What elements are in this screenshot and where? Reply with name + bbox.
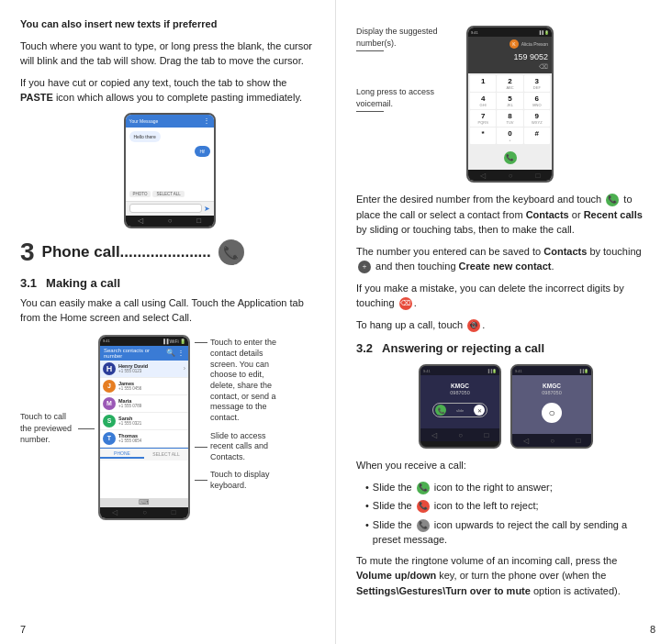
contacts-app-bar: Search contacts or number 🔍 ⋮ xyxy=(100,346,188,361)
contact-row-1: J James +1 555 0456 xyxy=(100,378,188,395)
call1-nav-back: ◁ xyxy=(431,431,437,439)
call-place-icon: 📞 xyxy=(606,194,619,206)
call2-navbar: ◁ ○ □ xyxy=(512,434,591,447)
ann-line-r2 xyxy=(195,447,207,448)
incoming-call-mockups: 9:41 ▐▐🔋 KMGC 0987050 📞 slide ✕ xyxy=(356,364,655,449)
key-3[interactable]: 3DEF xyxy=(524,75,550,92)
making-call-text: You can easily make a call using Call. T… xyxy=(20,295,319,326)
main-text-2: The number you entered can be saved to C… xyxy=(356,244,655,274)
main-text-3: If you make a mistake, you can delete th… xyxy=(356,281,655,311)
dialer-delete-area: ⌫ xyxy=(539,63,548,71)
contact-info-4: Thomas +1 555 0654 xyxy=(118,433,185,443)
text-nav-recent: □ xyxy=(196,217,201,225)
left-annotation-call: Touch to call the previewed number. xyxy=(20,411,95,446)
call1-screen: KMGC 0987050 📞 slide ✕ xyxy=(420,375,499,428)
dialer-ann-display: Display the suggested number(s). xyxy=(356,26,466,51)
dialer-navbar: ◁ ○ □ xyxy=(468,170,552,181)
contacts-time: 9:41 xyxy=(103,339,110,343)
call2-circle-btn[interactable]: ○ xyxy=(542,403,562,423)
right-ann-2: Slide to access recent calls and Contact… xyxy=(195,431,277,463)
text-phone-body: Hello there Hi! PHOTO SELECT ALL xyxy=(126,128,214,201)
tab-select-all[interactable]: SELECT ALL xyxy=(144,451,188,457)
contact-info-1: James +1 555 0456 xyxy=(118,381,185,391)
suggested-contact: K Alicia Preson xyxy=(510,39,548,49)
ann-line-1 xyxy=(78,428,95,429)
text-input-field xyxy=(129,204,202,213)
delete-digit-icon: ⌫ xyxy=(399,297,412,310)
text-nav-home: ○ xyxy=(168,217,173,225)
contacts-status-bar: 9:41 ▐▐ WiFi 🔋 xyxy=(100,337,188,346)
key-0[interactable]: 0+ xyxy=(497,128,522,144)
dialer-call-btn-area: 📞 xyxy=(468,146,552,170)
dialer-ann-line-1 xyxy=(356,50,384,51)
key-5[interactable]: 5JKL xyxy=(497,93,522,109)
tab-phone[interactable]: PHONE xyxy=(100,450,144,459)
call2-nav-recent: □ xyxy=(576,437,580,445)
text-phone-input-bar: ➤ xyxy=(126,201,214,216)
ann-line-r1 xyxy=(195,342,207,343)
answer-thumb[interactable]: 📞 xyxy=(435,405,446,416)
dialer-nav-recent: □ xyxy=(536,172,541,180)
text-phone-topbar: Your Message ⋮ xyxy=(126,115,214,128)
contacts-signal: ▐▐ WiFi 🔋 xyxy=(162,339,185,344)
reject-icon-2: 📞 xyxy=(417,500,430,513)
contacts-nav-back: ◁ xyxy=(112,508,118,516)
contact-row-h: H Henry David +1 555 0123 › xyxy=(100,361,188,378)
call2-status: 9:41 ▐▐🔋 xyxy=(512,366,591,375)
contacts-navbar: ◁ ○ □ xyxy=(100,507,188,518)
key-7[interactable]: 7PQRS xyxy=(470,110,496,127)
dialer-keypad: 1 2ABC 3DEF 4GHI 5JKL 6MNO 7PQRS 8TUV 9W… xyxy=(468,73,552,146)
text-message-screenshot: Your Message ⋮ Hello there Hi! PHOTO SEL… xyxy=(20,113,319,228)
dialer-phone-mockup: 9:41 ▐▐ 🔋 K Alicia Preson 159 9052 ⌫ xyxy=(466,26,554,183)
call2-nav-back: ◁ xyxy=(523,437,529,445)
dialer-delete-btn[interactable]: ⌫ xyxy=(539,63,548,71)
volume-text: To mute the ringtone volume of an incomi… xyxy=(356,553,655,599)
key-9[interactable]: 9WXYZ xyxy=(524,110,550,127)
dialer-signal: ▐▐ 🔋 xyxy=(538,30,549,35)
dialer-call-button[interactable]: 📞 xyxy=(504,151,517,164)
right-ann-3: Touch to display keyboard. xyxy=(195,470,277,491)
key-6[interactable]: 6MNO xyxy=(524,93,550,109)
bullet-1: • Slide the 📞 icon to the right to answe… xyxy=(365,480,655,495)
page-number-left: 7 xyxy=(20,624,26,635)
text-phone-menu-icon: ⋮ xyxy=(203,117,210,125)
text-bubble-in: Hello there xyxy=(129,131,161,142)
right-page: Display the suggested number(s). Long pr… xyxy=(336,0,672,644)
answer-reject-slider[interactable]: 📞 slide ✕ xyxy=(432,403,487,417)
contact-info-2: Maria +1 555 0789 xyxy=(118,398,185,408)
text-bubble-out: Hi! xyxy=(195,146,209,157)
reject-thumb[interactable]: ✕ xyxy=(474,405,485,416)
call2-screen: KMGC 0987050 ○ xyxy=(512,375,591,434)
contact-info-h: Henry David +1 555 0123 xyxy=(118,363,181,373)
add-contact-icon: ＋ xyxy=(358,261,371,273)
dialer-left-annotations: Display the suggested number(s). Long pr… xyxy=(356,26,466,112)
call1-nav-recent: □ xyxy=(484,431,488,439)
key-2[interactable]: 2ABC xyxy=(497,75,522,92)
page-spread: You can also insert new texts if preferr… xyxy=(0,0,672,644)
bullet-2: • Slide the 📞 icon to the left to reject… xyxy=(365,498,655,514)
key-star[interactable]: * xyxy=(470,128,496,144)
key-hash[interactable]: # xyxy=(524,128,550,144)
call2-nav-home: ○ xyxy=(550,437,554,445)
right-annotation-block: Touch to enter the contact details scree… xyxy=(190,335,277,495)
contacts-nav-home: ○ xyxy=(142,508,147,516)
subsection-3-1-header: 3.1 Making a call xyxy=(20,276,319,290)
key-8[interactable]: 8TUV xyxy=(497,110,522,127)
text-select-btn: SELECT ALL xyxy=(152,191,184,197)
page-number-right: 8 xyxy=(650,624,655,635)
bullet-3: • Slide the 📞 icon upwards to reject the… xyxy=(365,517,655,548)
call2-circle-area: ○ xyxy=(542,403,562,423)
call2-signal: ▐▐🔋 xyxy=(578,369,588,373)
contacts-nav-recent: □ xyxy=(172,508,176,516)
suggested-avatar: K xyxy=(510,39,519,49)
subsection-3-2-header: 3.2 Answering or rejecting a call xyxy=(356,341,655,355)
call2-time: 9:41 xyxy=(515,369,522,373)
key-1[interactable]: 1 xyxy=(470,75,496,92)
keyboard-toggle-icon: ⌨ xyxy=(139,498,150,506)
call-phone-2: 9:41 ▐▐🔋 KMGC 0987050 ○ ◁ ○ □ xyxy=(510,364,593,449)
key-4[interactable]: 4GHI xyxy=(470,93,496,109)
insert-text-p2: If you have cut or copied any text, touc… xyxy=(20,75,319,105)
dialer-number: 159 9052 xyxy=(513,52,548,61)
dialer-status-bar: 9:41 ▐▐ 🔋 xyxy=(468,28,552,37)
call-phone-1: 9:41 ▐▐🔋 KMGC 0987050 📞 slide ✕ xyxy=(419,364,501,449)
